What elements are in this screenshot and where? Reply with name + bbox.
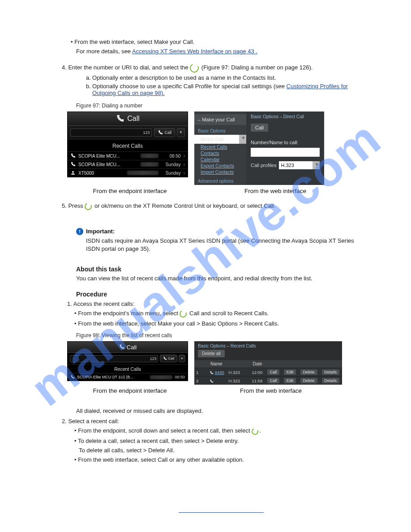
row-details-button[interactable]: Details [322,378,340,383]
endpoint-call-dropdown[interactable]: ▼ [179,355,185,362]
figure-97: Call 123 Call ▼ Recent Calls SCOPIA Elit… [67,112,366,185]
proc-step-2c2: To delete all calls, select > Delete All… [79,447,366,454]
sidebar-item-recent-calls[interactable]: Recent Calls [194,144,246,150]
date-header: Date [250,360,265,368]
chevron-right-icon: › [184,154,185,159]
call-button[interactable]: Call [251,124,268,132]
sidebar-group: Advanced options [194,175,246,185]
table-row: 1 9495 H.323 12:00 Call Edit Delete Deta… [194,368,342,377]
figure-98-captions: From the endpoint interface From the web… [67,387,366,394]
caption-web: From the web interface [193,387,345,394]
step-3-ref: For more details, see Accessing XT Serie… [76,48,366,55]
caption-web: From the web interface [193,188,340,194]
blurred-text [127,171,158,175]
delete-all-button[interactable]: Delete all [198,350,225,357]
recent-calls-heading: Recent Calls [68,140,188,151]
green-call-icon [180,310,187,318]
figure-97-captions: From the endpoint interface From the web… [67,188,366,194]
handset-icon [70,162,76,167]
handset-icon [70,375,75,379]
sidebar-item-direct-call[interactable]: Direct Call [194,135,246,144]
about-heading: About this task [76,266,366,273]
green-call-icon [190,64,199,73]
page-content: • From the web interface, select Make yo… [0,0,411,513]
web-main: Basic Options – Direct Call Call Number/… [246,112,324,185]
step-5: 5. Press or ok/menu on the XT Remote Con… [62,202,366,210]
step-3-bullet: • From the web interface, select Make yo… [71,39,366,45]
figure-98-label: Figure 98: Viewing the list of recent ca… [76,332,366,339]
recent-calls-table: Name Date 1 9495 H.323 12:00 Call Edit D… [194,360,342,385]
green-call-icon [85,202,92,210]
endpoint-call-dropdown[interactable]: ▼ [177,128,185,137]
handset-icon [119,344,125,350]
number-input[interactable] [251,148,320,157]
proc-step-2a: • From the endpoint, scroll down and sel… [74,427,366,435]
proc-step-1a: • From the endpoint's main menu, select … [74,310,366,317]
row-call-button[interactable]: Call [267,378,280,383]
step-4a: a. Optionally enter a description to be … [86,74,366,81]
web-recent-calls-screen: Basic Options – Recent Calls Delete all … [194,341,342,385]
make-your-call-tab[interactable]: – Make your Call [194,114,246,125]
recent-calls-heading: Recent Calls [68,365,188,373]
row-call-button[interactable]: Call [267,369,280,375]
important-body: ISDN calls require an Avaya Scopia XT Se… [86,237,366,253]
call-profiles-select[interactable]: H.323 [279,161,320,169]
closer-text: All dialed, received or missed calls are… [76,408,366,414]
blurred-text [141,162,158,167]
endpoint-call-button[interactable]: Call [160,355,177,362]
sidebar-item-calendar[interactable]: Calendar [194,156,246,163]
proc-step-1: 1. Access the recent calls: [67,300,366,307]
procedure-heading: Procedure [76,291,366,298]
table-row: 2 H.323 11:58 Call Edit Delete Details [194,377,342,385]
important-icon: ! [76,228,83,235]
important-notice: ! Important: ISDN calls require an Avaya… [76,228,366,253]
endpoint-dial-row: 123 Call ▼ [68,353,188,365]
step-4: 4. Enter the number or URI to dial, and … [62,64,366,73]
row-edit-button[interactable]: Edit [284,369,296,375]
sidebar-item-import-contacts[interactable]: Import Contacts [194,169,246,175]
endpoint-dial-row: 123 Call ▼ [68,126,188,140]
endpoint-dial-field[interactable]: 123 [70,355,158,362]
handset-icon [116,114,124,123]
proc-step-2d: • From the web interface, select Call or… [74,456,366,463]
step-3-text: • From the web interface, select Make yo… [71,39,194,45]
row-edit-button[interactable]: Edit [284,378,296,383]
handset-icon [210,371,214,375]
step-4b: b. Optionally choose to use a specific C… [86,83,366,96]
footer-link-rule [179,512,264,513]
proc-step-2: 2. Select a recent call: [62,418,366,425]
endpoint-call-title: Call [127,115,140,123]
proc-step-2c: • To delete a call, select a recent call… [74,438,366,444]
handset-icon [70,153,76,159]
call-name-cell: 9495 [208,368,227,377]
endpoint-call-button[interactable]: Call [154,128,175,137]
call-name-cell [208,377,227,385]
recent-call-row[interactable]: SCOPIA Elite MCU (IT 1U) (B... 06:50 [68,373,188,381]
blurred-text [150,375,172,379]
name-link[interactable]: 9495 [215,370,224,375]
sidebar-item-export-contacts[interactable]: Export Contacts [194,163,246,169]
person-icon [70,170,76,176]
caption-endpoint: From the endpoint interface [67,188,193,194]
breadcrumb: Basic Options – Recent Calls [194,341,342,350]
sidebar-item-contacts[interactable]: Contacts [194,150,246,156]
recent-call-row[interactable]: XT5000 Sunday › [68,168,188,177]
row-delete-button[interactable]: Delete [300,378,317,383]
recent-call-row[interactable]: SCOPIA Elite MCU... 06:50 › [68,151,188,160]
blurred-text [141,154,158,158]
breadcrumb: Basic Options – Direct Call [251,114,320,119]
recent-call-row[interactable]: SCOPIA Elite MCU... Sunday › [68,160,188,168]
important-title: Important: [86,228,115,235]
web-sidebar: – Make your Call Basic Options Direct Ca… [194,112,246,185]
web-direct-call-screen: – Make your Call Basic Options Direct Ca… [194,112,324,185]
green-call-icon [252,428,258,435]
proc-step-1b: • From the web interface, select Make yo… [74,320,366,327]
figure-97-label: Figure 97: Dialing a number [76,103,366,109]
endpoint-call-header: Call [68,342,188,353]
endpoint-dial-field[interactable]: 123 [70,129,152,137]
chevron-right-icon: › [184,162,185,167]
row-delete-button[interactable]: Delete [300,369,317,375]
link-accessing-web-interface[interactable]: Accessing XT Series Web Interface on pag… [132,48,257,55]
row-details-button[interactable]: Details [322,369,340,375]
endpoint-call-header: Call [68,112,188,126]
